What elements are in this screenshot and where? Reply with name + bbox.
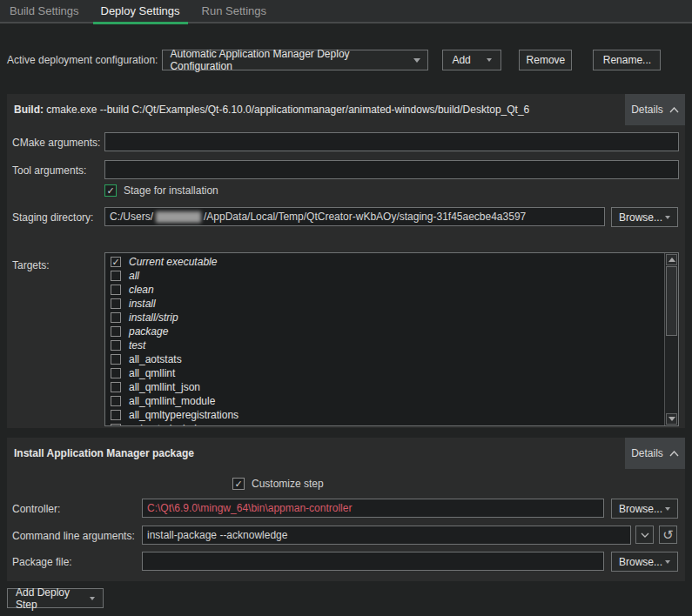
reset-button[interactable]: ↺ bbox=[659, 526, 677, 544]
staging-browse-button[interactable]: Browse... bbox=[611, 207, 678, 227]
chevron-down-icon bbox=[413, 58, 420, 63]
tab-run-settings[interactable]: Run Settings bbox=[194, 0, 274, 23]
target-label: package bbox=[129, 325, 168, 338]
staging-directory-input[interactable]: C:/Users//AppData/Local/Temp/QtCreator-w… bbox=[104, 207, 605, 226]
scroll-up-button[interactable] bbox=[666, 254, 677, 265]
target-checkbox[interactable] bbox=[111, 271, 121, 281]
target-row[interactable]: all_qmltyperegistrations bbox=[111, 408, 678, 422]
target-row[interactable]: all_aotstats bbox=[111, 352, 678, 366]
target-label: all_aotstats bbox=[129, 353, 182, 365]
target-checkbox[interactable] bbox=[111, 298, 121, 309]
install-step-title: Install Application Manager package bbox=[14, 447, 194, 459]
chevron-up-icon bbox=[669, 451, 679, 457]
targets-label: Targets: bbox=[12, 259, 103, 271]
reset-icon: ↺ bbox=[662, 527, 674, 543]
customize-step-row: Customize step bbox=[232, 478, 324, 490]
chevron-down-icon bbox=[665, 216, 670, 219]
chevron-down-icon bbox=[665, 507, 670, 511]
tab-deploy-settings[interactable]: Deploy Settings bbox=[93, 0, 188, 23]
add-deploy-step-label: Add Deploy Step bbox=[16, 586, 82, 611]
target-row[interactable]: all_qmllint_module bbox=[111, 394, 678, 408]
deploy-config-selected: Automatic Application Manager Deploy Con… bbox=[170, 48, 413, 72]
arrow-down-icon bbox=[668, 417, 675, 421]
target-checkbox[interactable] bbox=[111, 368, 121, 378]
target-label: all_qmllint_json bbox=[129, 381, 200, 393]
package-file-browse-button[interactable]: Browse... bbox=[611, 552, 678, 572]
tool-args-label: Tool arguments: bbox=[12, 164, 103, 177]
targets-list[interactable]: Current executableallcleaninstallinstall… bbox=[104, 252, 679, 426]
build-details-label: Details bbox=[631, 104, 663, 116]
target-row[interactable]: test bbox=[111, 338, 678, 352]
rename-config-button[interactable]: Rename... bbox=[593, 50, 661, 70]
chevron-down-icon bbox=[665, 560, 670, 564]
target-checkbox[interactable] bbox=[111, 285, 121, 295]
controller-input[interactable]: C:\Qt\6.9.0\mingw_64\bin\appman-controll… bbox=[142, 499, 604, 518]
target-checkbox[interactable] bbox=[111, 340, 121, 351]
install-step-panel: Install Application Manager package Deta… bbox=[7, 438, 685, 581]
target-row[interactable]: install bbox=[111, 297, 678, 311]
cmake-args-label: CMake arguments: bbox=[12, 137, 103, 149]
target-label: install/strip bbox=[129, 311, 178, 324]
build-step-command: cmake.exe --build C:/Qt/Examples/Qt-6.10… bbox=[46, 104, 529, 116]
targets-rows: Current executableallcleaninstallinstall… bbox=[105, 253, 678, 426]
scroll-down-button[interactable] bbox=[666, 413, 677, 425]
target-checkbox[interactable] bbox=[111, 312, 121, 323]
target-row[interactable]: package bbox=[111, 325, 678, 338]
scrollbar-thumb[interactable] bbox=[666, 266, 677, 336]
target-checkbox[interactable] bbox=[111, 410, 121, 420]
target-row[interactable]: animated-windows bbox=[111, 422, 678, 426]
remove-config-button[interactable]: Remove bbox=[519, 50, 572, 70]
customize-step-checkbox[interactable] bbox=[232, 478, 245, 490]
staging-browse-label: Browse... bbox=[619, 211, 662, 224]
build-step-header: Build: cmake.exe --build C:/Qt/Examples/… bbox=[7, 94, 685, 125]
package-file-input[interactable] bbox=[142, 552, 604, 571]
customize-step-label: Customize step bbox=[252, 478, 324, 490]
target-checkbox[interactable] bbox=[111, 424, 121, 426]
add-deploy-step-button[interactable]: Add Deploy Step bbox=[7, 588, 104, 608]
target-checkbox[interactable] bbox=[111, 326, 121, 337]
controller-browse-label: Browse... bbox=[619, 503, 662, 515]
chevron-up-icon bbox=[669, 107, 679, 113]
build-details-button[interactable]: Details bbox=[625, 94, 685, 125]
target-row[interactable]: all bbox=[111, 269, 678, 283]
redacted-username bbox=[156, 211, 201, 223]
command-line-args-input[interactable]: install-package --acknowledge bbox=[142, 526, 631, 545]
package-file-label: Package file: bbox=[12, 556, 140, 568]
tool-args-input[interactable] bbox=[104, 160, 679, 179]
chevron-down-icon bbox=[641, 532, 649, 538]
target-row[interactable]: clean bbox=[111, 283, 678, 297]
install-details-button[interactable]: Details bbox=[625, 438, 685, 469]
staging-path-suffix: /AppData/Local/Temp/QtCreator-wKbAOy/sta… bbox=[204, 211, 526, 223]
install-step-header: Install Application Manager package bbox=[7, 438, 685, 469]
targets-scrollbar[interactable] bbox=[664, 253, 678, 425]
active-config-row: Active deployment configuration: Automat… bbox=[7, 50, 661, 70]
stage-for-installation-checkbox[interactable] bbox=[104, 184, 117, 197]
controller-label: Controller: bbox=[12, 503, 140, 515]
chevron-down-icon bbox=[90, 597, 95, 600]
install-details-label: Details bbox=[631, 447, 663, 459]
tab-build-settings[interactable]: Build Settings bbox=[2, 0, 87, 23]
target-label: all_qmllint bbox=[129, 367, 175, 379]
target-label: Current executable bbox=[129, 256, 217, 268]
target-label: all_qmltyperegistrations bbox=[129, 409, 239, 421]
target-row[interactable]: Current executable bbox=[111, 255, 678, 269]
cmake-args-input[interactable] bbox=[104, 132, 679, 151]
target-label: test bbox=[129, 339, 145, 352]
add-config-button[interactable]: Add bbox=[442, 50, 501, 70]
settings-tabbar: Build Settings Deploy Settings Run Setti… bbox=[0, 0, 692, 23]
target-checkbox[interactable] bbox=[111, 396, 121, 406]
deploy-config-combobox[interactable]: Automatic Application Manager Deploy Con… bbox=[162, 50, 428, 70]
target-row[interactable]: all_qmllint bbox=[111, 366, 678, 380]
chevron-down-icon bbox=[487, 58, 492, 62]
target-row[interactable]: all_qmllint_json bbox=[111, 380, 678, 394]
staging-directory-label: Staging directory: bbox=[12, 211, 103, 224]
command-line-expand-button[interactable] bbox=[635, 526, 654, 544]
target-checkbox[interactable] bbox=[111, 382, 121, 392]
target-row[interactable]: install/strip bbox=[111, 311, 678, 325]
active-config-label: Active deployment configuration: bbox=[7, 54, 158, 66]
staging-path-prefix: C:/Users/ bbox=[110, 211, 153, 223]
controller-browse-button[interactable]: Browse... bbox=[611, 499, 678, 519]
target-checkbox[interactable] bbox=[111, 257, 121, 267]
target-checkbox[interactable] bbox=[111, 354, 121, 365]
command-line-args-label: Command line arguments: bbox=[12, 530, 140, 542]
